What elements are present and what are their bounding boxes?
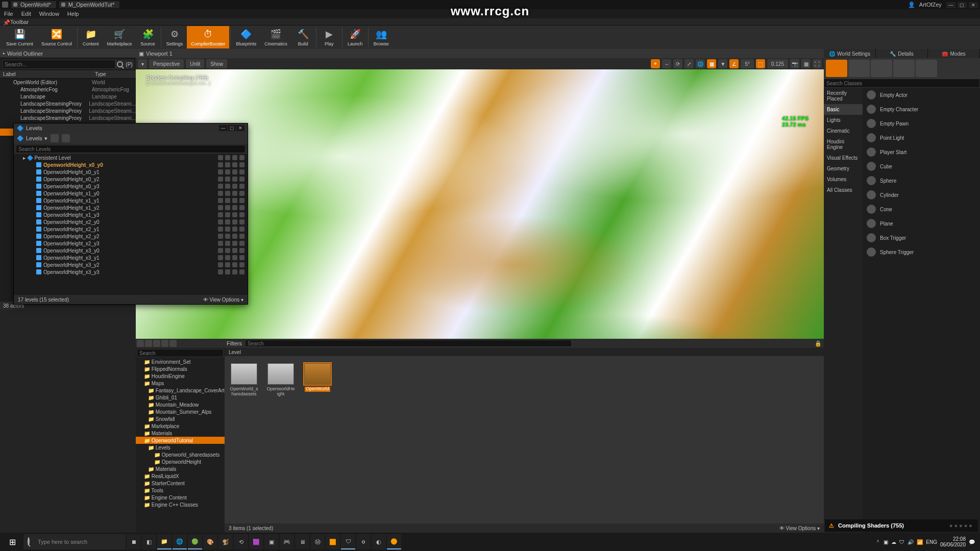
- notification-icon[interactable]: 💬: [969, 539, 975, 545]
- taskbar-app-explorer[interactable]: 📁: [157, 534, 172, 549]
- levels-row[interactable]: OpenworldHeight_x0_y3: [14, 183, 248, 190]
- surface-snap-icon[interactable]: ▼: [718, 59, 727, 68]
- save-icon[interactable]: [232, 177, 237, 182]
- col-type[interactable]: Type: [92, 70, 109, 78]
- transform-scale-icon[interactable]: ⤢: [684, 59, 694, 68]
- tray-lang[interactable]: ENG: [926, 539, 937, 545]
- perspective-dropdown[interactable]: Perspective: [149, 59, 184, 68]
- transform-move-icon[interactable]: ↔: [662, 59, 671, 68]
- cb-tree-item[interactable]: 📁 Engine C++ Classes: [136, 501, 225, 508]
- cb-folder-tree[interactable]: 📁 Environment_Set📁 FlippedNormals📁 Houdi…: [136, 358, 225, 533]
- modes-item[interactable]: Plane: [863, 216, 980, 231]
- title-tab-1[interactable]: OpenWorld*: [11, 1, 56, 8]
- levels-row[interactable]: OpenworldHeight_x1_y1: [14, 197, 248, 204]
- mode-mesh-icon[interactable]: [916, 60, 937, 77]
- menu-edit[interactable]: Edit: [21, 11, 31, 17]
- outliner-row[interactable]: AtmosphericFogAtmosphericFog: [0, 86, 136, 93]
- cb-settings-icon[interactable]: [169, 340, 177, 347]
- modes-category[interactable]: Basic: [824, 104, 863, 115]
- taskbar-app-6[interactable]: 🐒: [218, 534, 233, 549]
- levels-row[interactable]: OpenworldHeight_x2_y3: [14, 240, 248, 247]
- lock-icon[interactable]: [225, 227, 230, 232]
- cb-tree-item[interactable]: 📁 Engine Content: [136, 494, 225, 501]
- taskbar-app-5[interactable]: 🎨: [203, 534, 217, 549]
- mode-place-icon[interactable]: [826, 60, 847, 77]
- color-icon[interactable]: [239, 169, 244, 174]
- save-icon[interactable]: [232, 262, 237, 267]
- taskbar-app-7[interactable]: ⟲: [234, 534, 248, 549]
- cb-tree-item[interactable]: 📁 OpenworldHeight: [136, 458, 225, 465]
- lock-icon[interactable]: [225, 255, 230, 260]
- toolbar-blueprints-button[interactable]: 🔷Blueprints: [232, 26, 260, 48]
- color-icon[interactable]: [239, 212, 244, 217]
- levels-max-btn[interactable]: ▢: [228, 125, 236, 131]
- modes-category[interactable]: Cinematic: [824, 126, 863, 136]
- maximize-viewport-icon[interactable]: ⛶: [813, 59, 822, 68]
- toolbar-source-control-button[interactable]: 🔀Source Control: [37, 26, 76, 48]
- eye-icon[interactable]: [218, 248, 223, 253]
- outliner-search-input[interactable]: [2, 60, 115, 69]
- tray-icon-5[interactable]: 📶: [917, 539, 923, 545]
- cb-filters-label[interactable]: Filters: [227, 340, 242, 346]
- cb-tree-item[interactable]: 📁 Snowfall: [136, 415, 225, 422]
- levels-row[interactable]: OpenworldHeight_x0_y2: [14, 176, 248, 183]
- modes-search-input[interactable]: [824, 79, 980, 88]
- minimize-button[interactable]: —: [946, 2, 955, 8]
- levels-view-options[interactable]: 👁 View Options ▾: [203, 297, 243, 303]
- levels-row[interactable]: OpenworldHeight_x1_y0: [14, 190, 248, 197]
- color-icon[interactable]: [239, 248, 244, 253]
- toolbar-content-button[interactable]: 📁Content: [79, 26, 103, 48]
- color-icon[interactable]: [239, 198, 244, 203]
- eye-icon[interactable]: [218, 262, 223, 267]
- eye-icon[interactable]: [218, 191, 223, 196]
- modes-category[interactable]: All Classes: [824, 185, 863, 195]
- levels-list[interactable]: ▸ 🔷 Persistent LevelOpenworldHeight_x0_y…: [14, 154, 248, 295]
- cb-asset-grid[interactable]: OpenWorld_sharedassetsOpenworldHeightOpe…: [225, 356, 824, 523]
- modes-item[interactable]: Cube: [863, 159, 980, 173]
- outliner-header[interactable]: ▸ World Outliner: [0, 49, 136, 58]
- cb-asset[interactable]: OpenWorld_sharedassets: [230, 363, 258, 397]
- menu-help[interactable]: Help: [67, 11, 79, 17]
- levels-titlebar[interactable]: 🔷 Levels — ▢ ✕: [14, 123, 248, 133]
- levels-row[interactable]: OpenworldHeight_x1_y3: [14, 211, 248, 218]
- cb-tree-item[interactable]: 📁 Mountain_Summer_Alps: [136, 408, 225, 415]
- eye-icon[interactable]: [218, 177, 223, 182]
- eye-icon[interactable]: [218, 184, 223, 189]
- taskbar-app-10[interactable]: 🎮: [280, 534, 294, 549]
- color-icon[interactable]: [239, 241, 244, 246]
- modes-item[interactable]: Box Trigger: [863, 231, 980, 245]
- save-icon[interactable]: [232, 255, 237, 260]
- close-button[interactable]: ✕: [969, 2, 978, 8]
- cb-tree-item[interactable]: 📁 RealLiquidX: [136, 472, 225, 480]
- outliner-shortcut[interactable]: (P): [125, 60, 134, 69]
- levels-row[interactable]: OpenworldHeight_x2_y0: [14, 218, 248, 226]
- cb-view-options[interactable]: 👁 View Options ▾: [779, 525, 820, 531]
- viewport-header[interactable]: ▣ Viewport 1: [136, 49, 824, 58]
- scale-value[interactable]: 0.125: [767, 59, 788, 68]
- cb-tree-item[interactable]: 📁 Materials: [136, 430, 225, 437]
- angle-value[interactable]: 5°: [741, 59, 754, 68]
- save-icon[interactable]: [232, 205, 237, 210]
- modes-category[interactable]: Geometry: [824, 163, 863, 174]
- lock-icon[interactable]: [225, 212, 230, 217]
- modes-item[interactable]: Cone: [863, 202, 980, 216]
- taskbar-app-spotify[interactable]: 🟢: [188, 534, 202, 549]
- cb-tree-item[interactable]: 📁 Maps: [136, 380, 225, 387]
- levels-row[interactable]: OpenworldHeight_x3_y2: [14, 261, 248, 268]
- cb-add-icon[interactable]: [137, 340, 144, 347]
- levels-dropdown[interactable]: 🔷 Levels ▾: [17, 135, 47, 142]
- toolbar-save-current-button[interactable]: 💾Save Current: [2, 26, 37, 48]
- eye-icon[interactable]: [218, 205, 223, 210]
- modes-categories[interactable]: Recently PlacedBasicLightsCinematicHoudi…: [824, 88, 863, 533]
- lock-icon[interactable]: [225, 198, 230, 203]
- lock-icon[interactable]: [225, 184, 230, 189]
- cb-source-search-input[interactable]: [137, 349, 224, 357]
- cb-tree-item[interactable]: 📁 Tools: [136, 487, 225, 494]
- start-button[interactable]: ⊞: [2, 534, 22, 550]
- modes-category[interactable]: Volumes: [824, 174, 863, 185]
- pin-icon[interactable]: 📌: [3, 19, 8, 24]
- cb-tree-item[interactable]: 📁 OpenworldTutorial: [136, 437, 225, 444]
- eye-icon[interactable]: [218, 269, 223, 274]
- color-icon[interactable]: [239, 184, 244, 189]
- lock-icon[interactable]: [225, 262, 230, 267]
